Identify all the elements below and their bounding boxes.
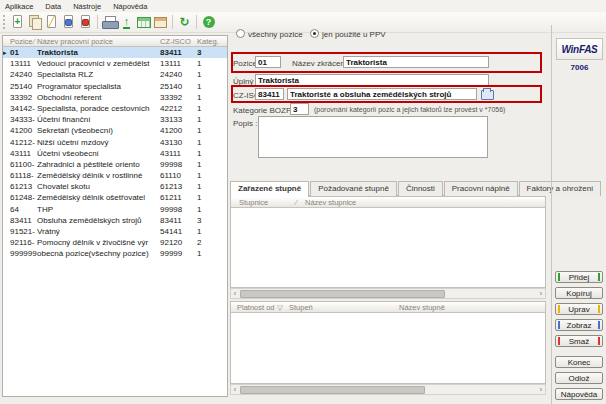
view-document-icon[interactable] [60, 14, 77, 31]
position-row[interactable]: 25140Programátor specialista251401 [3, 81, 227, 92]
position-row[interactable]: 13111Vedoucí pracovníci v zemědělst13111… [3, 58, 227, 69]
zobraz-button[interactable]: Zobraz [555, 319, 603, 331]
nazev-zkraceny-input[interactable] [343, 56, 489, 68]
position-row[interactable]: ▸01Traktorista834113 [3, 47, 227, 58]
cell: 43111 [160, 148, 197, 159]
kategorie-bozp-hint: (porovnání kategorií pozic a jejich fakt… [314, 106, 505, 113]
cell: Programátor specialista [37, 81, 160, 92]
scroll-right-icon[interactable]: › [537, 289, 545, 298]
position-row[interactable]: 33392Obchodní referent333921 [3, 92, 227, 103]
horizontal-scrollbar-thumb[interactable] [240, 290, 445, 298]
cell: 1 [197, 58, 227, 69]
cell: 1 [197, 170, 227, 181]
position-row[interactable]: 999999obecná pozice(všechny pozice)99999… [3, 248, 227, 259]
position-row[interactable]: 61118-Zemědělský dělník v rostlinné61110… [3, 170, 227, 181]
column-header-stupen[interactable]: Stupeň [289, 303, 341, 312]
help-icon[interactable]: ? [200, 14, 217, 31]
menu-bar: AplikaceDataNástrojeNápověda [0, 0, 606, 12]
detail-panel: všechny pozice jen použité u PPV Pozice … [230, 25, 551, 404]
kategorie-bozp-input[interactable] [290, 103, 309, 115]
column-header-stupnice[interactable]: Stupnice∕ [231, 198, 301, 207]
position-row[interactable]: 41200Sekretáři (všeobecní)412001 [3, 125, 227, 136]
menu-item-aplikace[interactable]: Aplikace [5, 2, 33, 11]
folder-lookup-icon[interactable] [481, 90, 494, 100]
smaz-button[interactable]: Smaž [555, 335, 603, 347]
column-header-nazev-stupne[interactable]: Název stupně [341, 303, 445, 312]
cell: 24240 [3, 69, 37, 80]
cell: 83411 [160, 47, 197, 58]
refresh-icon[interactable]: ↻ [176, 14, 193, 31]
cell: 3 [197, 215, 227, 226]
print-icon[interactable] [101, 14, 118, 31]
konec-button[interactable]: Konec [555, 356, 603, 368]
position-row[interactable]: 41212-Nižší účetní mzdový431301 [3, 137, 227, 148]
menu-item-napoveda[interactable]: Nápověda [113, 2, 147, 11]
button-label: Zobraz [567, 321, 592, 330]
column-header-nazev[interactable]: Název pracovní pozice [37, 37, 160, 46]
column-header-pozice[interactable]: Pozice∕ [3, 37, 37, 46]
export-icon[interactable]: ↑ [118, 14, 135, 31]
column-header-platnost[interactable]: Platnost od [231, 303, 277, 312]
tab-pozadovane-stupne[interactable]: Požadované stupně [310, 181, 397, 196]
position-row[interactable]: 34333-Účetní finanční331331 [3, 114, 227, 125]
cell: 83411 [3, 215, 37, 226]
scroll-left-icon[interactable]: ‹ [231, 385, 239, 394]
position-row[interactable]: 24240Specialista RLZ242401 [3, 69, 227, 80]
position-row[interactable]: 61248-Zemědělský dělník ošetřovatel61211… [3, 192, 227, 203]
uplny-input[interactable] [255, 74, 489, 86]
uprav-button[interactable]: Uprav [555, 303, 603, 315]
kopiruj-button[interactable]: Kopíruj [555, 287, 603, 299]
radio-used-ppv[interactable] [310, 29, 319, 38]
cell: Vrátný [37, 226, 160, 237]
edit-document-icon[interactable]: ╱ [43, 14, 60, 31]
position-row[interactable]: 61100-Zahradnici a pěstitelé oriento9999… [3, 159, 227, 170]
cell: Chovatel skotu [37, 181, 160, 192]
scroll-left-icon[interactable]: ‹ [231, 289, 239, 298]
cell: Nižší účetní mzdový [37, 137, 160, 148]
position-row[interactable]: 92116-Pomocný dělník v živočišné výr9212… [3, 237, 227, 248]
cell: 61213 [3, 181, 37, 192]
pridej-button[interactable]: Přidej [555, 271, 603, 283]
positions-table-body: ▸01Traktorista83411313111Vedoucí pracovn… [3, 47, 227, 260]
radio-all-positions[interactable] [236, 29, 245, 38]
kategorie-bozp-label: Kategorie BOZP : [233, 106, 296, 115]
copy-document-icon[interactable] [26, 14, 43, 31]
pozice-input[interactable] [255, 56, 281, 68]
cell: 1 [197, 248, 227, 259]
cz-isco-name-input[interactable] [287, 88, 477, 100]
cell: 1 [197, 92, 227, 103]
horizontal-scrollbar-thumb[interactable] [240, 386, 425, 394]
menu-item-nastroje[interactable]: Nástroje [73, 2, 101, 11]
tab-pracovni-naplne[interactable]: Pracovní náplně [444, 181, 518, 196]
tab-zarazene-stupne[interactable]: Zařazené stupně [230, 181, 309, 197]
popis-textarea[interactable] [258, 116, 488, 158]
accent-bar [558, 321, 560, 329]
cell: 1 [197, 159, 227, 170]
position-row[interactable]: 61213Chovatel skotu612131 [3, 181, 227, 192]
button-label: Konec [568, 358, 591, 367]
position-row[interactable]: 34142-Specialista, poradce cestovních422… [3, 103, 227, 114]
position-row[interactable]: 43111Účetní všeobecní431111 [3, 148, 227, 159]
position-row[interactable]: 91521-Vrátný541411 [3, 226, 227, 237]
table-green-icon[interactable] [135, 14, 152, 31]
menu-item-data[interactable]: Data [45, 2, 61, 11]
cz-isco-code-input[interactable] [255, 88, 284, 100]
position-row[interactable]: 64THP999981 [3, 204, 227, 215]
napoveda-button[interactable]: Nápověda [555, 388, 603, 400]
odloz-button[interactable]: Odlož [555, 372, 603, 384]
cell: 99998 [160, 159, 197, 170]
column-header-nazev-stupnice[interactable]: Název stupnice [301, 198, 356, 207]
column-header-isco[interactable]: CZ-ISCO [160, 37, 197, 46]
column-header-kateg[interactable]: Kateg. [197, 37, 227, 46]
cell: 33133 [160, 114, 197, 125]
cell: 33392 [160, 92, 197, 103]
scroll-right-icon[interactable]: › [537, 385, 545, 394]
position-row[interactable]: 83411Obsluha zemědělských strojů834113 [3, 215, 227, 226]
levels-table: Platnost od ▽ Stupeň Název stupně [230, 301, 546, 384]
add-document-icon[interactable]: + [9, 14, 26, 31]
tab-cinnosti[interactable]: Činnosti [398, 181, 443, 196]
delete-document-icon[interactable] [77, 14, 94, 31]
cell: 61100- [3, 159, 37, 170]
accent-bar [598, 305, 600, 313]
window-icon[interactable] [152, 14, 169, 31]
